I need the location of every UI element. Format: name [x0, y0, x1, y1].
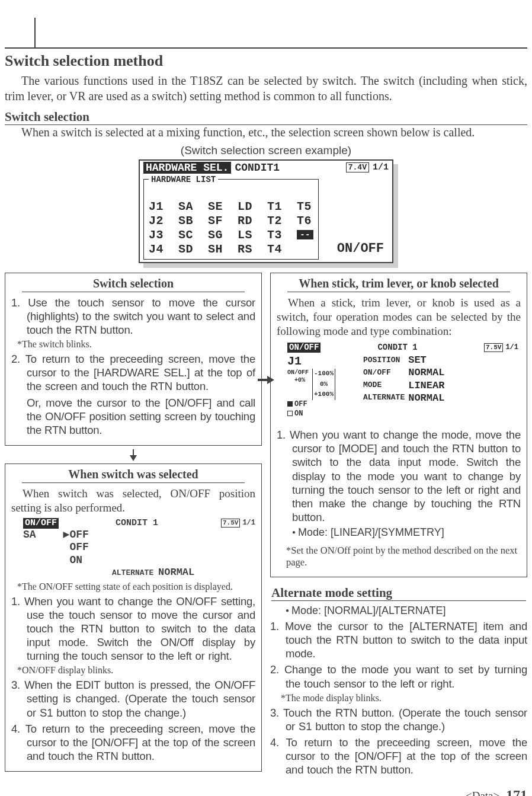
lcd-scale-bot: +100% [314, 389, 334, 400]
box-intro: When a stick, trim lever, or knob is use… [277, 296, 521, 339]
battery-indicator: 7.5V [484, 343, 503, 353]
box-title: When switch was selected [22, 468, 245, 483]
selected-slot-icon: -- [297, 230, 313, 239]
lcd-sa-screen: ON/OFF CONDIT 1 7.5V 1/1 SA ▶OFF OFF ON … [23, 518, 255, 579]
lcd-stick-id: J1 [287, 354, 352, 369]
section-alternate-mode: Alternate mode setting [271, 586, 526, 601]
lcd-stick-screen: ON/OFF CONDIT 1 7.5V 1/1 J1 ON/OFF +0% -… [285, 341, 521, 420]
arrow-right-icon [258, 375, 274, 387]
lcd-off-checkbox: OFF [287, 400, 352, 410]
bullet-text: Mode: [NORMAL]/[ALTERNATE] [286, 605, 527, 617]
battery-indicator: 7.5V [221, 519, 240, 528]
lcd-onoff-pct: ON/OFF +0% [287, 369, 309, 400]
footer-section-label: <Data> [466, 789, 499, 796]
note-text: *Set the ON/Off point by the method desc… [286, 545, 521, 568]
step-text: 3. Touch the RTN button. (Operate the to… [270, 706, 527, 733]
step-text: 1. Move the cursor to the [ALTERNATE] it… [270, 619, 527, 660]
intro-paragraph: The various functions used in the T18SZ … [5, 73, 527, 104]
lcd-on-checkbox: ON [287, 410, 352, 419]
lcd-header-inverse: ON/OFF [287, 343, 321, 353]
note-text: *ON/OFF display blinks. [17, 665, 255, 676]
box-stick-selected: When stick, trim lever, or knob selected… [270, 273, 527, 577]
lcd-header-condition: CONDIT1 [235, 162, 280, 174]
lcd-page-indicator: 1/1 [242, 519, 255, 528]
lcd-scale-mid: 0% [314, 379, 334, 390]
note-text: *The switch blinks. [17, 339, 255, 350]
step-text: 1. Use the touch sensor to move the curs… [11, 296, 255, 337]
step-text: 2. Change to the mode you want to set by… [270, 663, 527, 690]
section1-body: When a switch is selected at a mixing fu… [5, 125, 527, 140]
lcd-alternate-key: ALTERNATE [112, 568, 153, 577]
hardware-grid: J1 SA SE LD T1 T5 J2 SB SF RD T2 T6 J3 S… [149, 186, 313, 257]
lcd-alternate-value: NORMAL [158, 567, 194, 578]
box-title: When stick, trim lever, or knob selected [287, 277, 510, 292]
page-title: Switch selection method [5, 52, 527, 70]
lcd-onoff-label: ON/OFF [337, 241, 384, 256]
lcd-main-wrap: HARDWARE SEL. CONDIT1 7.4V 1/1 HARDWARE … [139, 159, 393, 263]
step-continuation: Or, move the cursor to the [ON/OFF] and … [27, 396, 255, 437]
step-text: 2. To return to the preceeding screen, m… [11, 352, 255, 393]
box-title: Switch selection [22, 277, 245, 292]
step-text: 1. When you want to change the ON/OFF se… [11, 594, 255, 663]
lcd-mode-table: POSITIONSET ON/OFFNORMAL MODELINEAR ALTE… [363, 354, 448, 404]
battery-indicator: 7.4V [346, 162, 369, 172]
step-text: 4. To return to the preceeding screen, m… [270, 736, 527, 776]
lcd-page-indicator: 1/1 [373, 162, 389, 172]
lcd-scale-top: -100% [314, 369, 334, 379]
lcd-caption: (Switch selection screen example) [5, 144, 527, 157]
step-text: 3. When the EDIT button is pressed, the … [11, 678, 255, 719]
lcd-switch-label: SA [23, 529, 36, 567]
top-rule [5, 47, 527, 49]
page-footer: <Data> 171 [5, 787, 527, 796]
lcd-main: HARDWARE SEL. CONDIT1 7.4V 1/1 HARDWARE … [139, 159, 393, 263]
box-intro: When switch was selected, ON/OFF positio… [11, 487, 255, 516]
lcd-header-inverse: HARDWARE SEL. [143, 162, 231, 174]
arrow-down-icon [5, 449, 262, 461]
box-switch-selection: Switch selection 1. Use the touch sensor… [5, 273, 262, 446]
lcd-position-rows: ▶OFF OFF ON [63, 529, 89, 567]
section-switch-selection: Switch selection [5, 110, 527, 125]
bullet-text: Mode: [LINEAR]/[SYMMETRY] [292, 526, 521, 539]
note-text: *The ON/OFF setting state of each positi… [17, 581, 255, 592]
lcd-header-condition: CONDIT 1 [377, 343, 417, 353]
lcd-header-inverse: ON/OFF [23, 518, 59, 529]
page-number: 171 [506, 787, 527, 796]
hardware-list-legend: HARDWARE LIST [149, 175, 218, 184]
lcd-header-condition: CONDIT 1 [116, 518, 158, 529]
step-text: 1. When you want to change the mode, mov… [277, 428, 521, 524]
lcd-page-indicator: 1/1 [505, 343, 518, 352]
box-when-switch-selected: When switch was selected When switch was… [5, 463, 262, 772]
note-text: *The mode display blinks. [281, 693, 527, 704]
step-text: 4. To return to the preceeding screen, m… [11, 722, 255, 763]
